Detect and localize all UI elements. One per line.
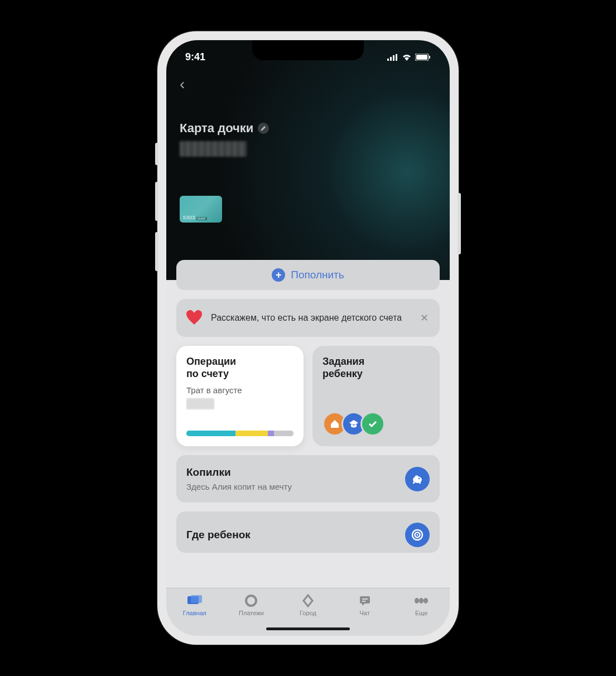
- tile-title-line: Операции: [186, 356, 236, 367]
- tab-label: Город: [300, 610, 316, 616]
- svg-point-22: [424, 598, 428, 603]
- operations-tile[interactable]: Операции по счету Трат в августе: [176, 346, 304, 446]
- topup-label: Пополнить: [291, 269, 344, 281]
- info-text: Расскажем, что есть на экране детского с…: [211, 312, 410, 324]
- piggy-title: Копилки: [186, 466, 405, 479]
- location-card[interactable]: Где ребенок: [176, 511, 440, 553]
- svg-rect-19: [362, 601, 365, 602]
- battery-icon: [415, 54, 431, 61]
- tile-title-line: ребенку: [323, 368, 363, 379]
- tab-chat[interactable]: Чат: [336, 594, 393, 616]
- target-icon: [405, 523, 430, 547]
- tile-title-line: Задания: [323, 356, 364, 367]
- heart-icon: [185, 309, 203, 327]
- close-button[interactable]: ✕: [418, 310, 431, 326]
- svg-rect-10: [419, 482, 421, 484]
- wifi-icon: [402, 54, 412, 61]
- tab-more[interactable]: Еще: [393, 594, 450, 616]
- svg-rect-6: [429, 56, 430, 59]
- svg-rect-15: [191, 595, 202, 603]
- edit-button[interactable]: [258, 123, 269, 134]
- tab-label: Главная: [183, 610, 206, 616]
- svg-rect-18: [362, 598, 368, 600]
- back-button[interactable]: ‹: [180, 75, 185, 93]
- screen: 9:41 ‹ Карта дочки 5303 МИР: [166, 40, 450, 636]
- side-button: [155, 232, 158, 271]
- tasks-tile[interactable]: Задания ребенку: [312, 346, 440, 446]
- check-icon: [360, 412, 385, 436]
- svg-rect-9: [413, 482, 415, 484]
- topup-button[interactable]: + Пополнить: [176, 260, 440, 290]
- spending-bar: [186, 431, 293, 436]
- tile-subtitle: Трат в августе: [186, 385, 293, 395]
- svg-rect-3: [396, 54, 397, 61]
- svg-rect-2: [393, 55, 394, 61]
- svg-rect-5: [416, 55, 427, 60]
- svg-point-8: [418, 477, 420, 479]
- tab-label: Чат: [359, 610, 369, 616]
- svg-point-16: [246, 596, 256, 606]
- piggy-subtitle: Здесь Алия копит на мечту: [186, 482, 405, 491]
- circle-icon: [243, 594, 259, 607]
- card-scheme: МИР: [196, 217, 207, 220]
- content-area: + Пополнить Расскажем, что есть на экран…: [166, 260, 450, 553]
- balance-redacted: [180, 141, 247, 157]
- account-header: 9:41 ‹ Карта дочки 5303 МИР: [166, 40, 450, 280]
- card-icon: [187, 594, 203, 607]
- task-badges: [323, 412, 385, 436]
- svg-rect-0: [387, 59, 389, 61]
- svg-point-20: [415, 598, 419, 603]
- side-button: [155, 143, 158, 165]
- info-banner[interactable]: Расскажем, что есть на экране детского с…: [176, 299, 440, 337]
- diamond-icon: [300, 594, 316, 607]
- tile-title-line: по счету: [186, 368, 229, 379]
- piggy-icon: [405, 467, 430, 491]
- tab-city[interactable]: Город: [280, 594, 336, 616]
- phone-frame: 9:41 ‹ Карта дочки 5303 МИР: [157, 31, 459, 645]
- home-indicator[interactable]: [266, 627, 350, 630]
- notch: [252, 40, 364, 60]
- svg-point-13: [417, 534, 418, 536]
- status-icons: [387, 54, 431, 61]
- amount-redacted: [186, 398, 214, 409]
- card-thumbnail[interactable]: 5303 МИР: [180, 196, 222, 223]
- tab-label: Еще: [415, 610, 427, 616]
- tab-home[interactable]: Главная: [166, 594, 223, 616]
- chat-icon: [357, 594, 373, 607]
- card-title: Карта дочки: [180, 121, 253, 136]
- tab-bar: Главная Платежи Город Чат Еще: [166, 588, 450, 636]
- status-time: 9:41: [185, 51, 205, 63]
- dots-icon: [413, 594, 429, 607]
- side-button: [155, 182, 158, 221]
- pencil-icon: [261, 125, 266, 131]
- side-button: [458, 193, 461, 254]
- svg-rect-17: [360, 596, 370, 603]
- tab-payments[interactable]: Платежи: [223, 594, 280, 616]
- piggy-card[interactable]: Копилки Здесь Алия копит на мечту: [176, 455, 440, 503]
- plus-icon: +: [272, 268, 285, 282]
- svg-point-21: [419, 598, 424, 603]
- signal-icon: [387, 54, 398, 61]
- location-title: Где ребенок: [186, 529, 405, 541]
- card-digits: 5303: [183, 215, 195, 220]
- svg-rect-1: [390, 57, 392, 61]
- tab-label: Платежи: [239, 610, 264, 616]
